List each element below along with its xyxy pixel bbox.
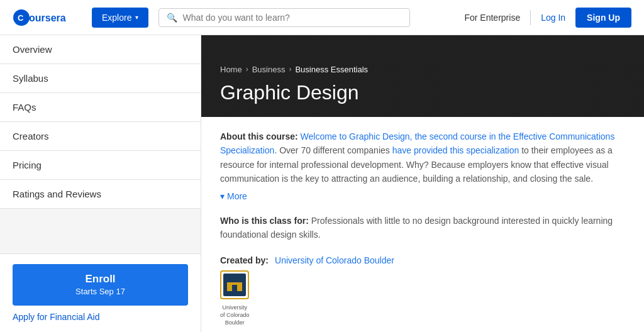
svg-rect-5 bbox=[232, 285, 237, 291]
breadcrumb-sep-2: › bbox=[289, 65, 291, 74]
sidebar-item-faqs[interactable]: FAQs bbox=[0, 93, 201, 122]
university-logo bbox=[220, 270, 249, 299]
login-button[interactable]: Log In bbox=[541, 13, 565, 23]
breadcrumb-sep-1: › bbox=[246, 65, 248, 74]
about-label: About this course: bbox=[220, 131, 298, 141]
hero-banner: Home › Business › Business Essentials Gr… bbox=[201, 35, 644, 117]
about-text-highlight: Welcome to Graphic Design, the second co… bbox=[301, 131, 513, 141]
sidebar-nav: Overview Syllabus FAQs Creators Pricing … bbox=[0, 35, 201, 253]
about-text-1: . Over 70 different companies bbox=[274, 145, 392, 155]
created-university-link[interactable]: University of Colorado Boulder bbox=[275, 255, 394, 265]
more-link[interactable]: ▾ More bbox=[220, 191, 247, 201]
breadcrumb-business[interactable]: Business bbox=[252, 65, 286, 74]
search-container: 🔍 bbox=[158, 8, 410, 27]
for-enterprise-link[interactable]: For Enterprise bbox=[464, 13, 520, 23]
svg-marker-4 bbox=[227, 277, 242, 282]
who-paragraph: Who is this class for: Professionals wit… bbox=[220, 214, 625, 242]
svg-text:C: C bbox=[18, 13, 24, 23]
sidebar-item-overview[interactable]: Overview bbox=[0, 35, 201, 64]
university-logo-inner bbox=[223, 274, 246, 296]
search-input[interactable] bbox=[182, 13, 402, 23]
breadcrumb-home[interactable]: Home bbox=[220, 65, 242, 74]
financial-aid-link[interactable]: Apply for Financial Aid bbox=[13, 312, 188, 322]
about-section: About this course: Welcome to Graphic De… bbox=[220, 130, 625, 201]
svg-text:oursera: oursera bbox=[29, 13, 66, 23]
university-logo-text: University of Colorado Boulder bbox=[220, 304, 250, 326]
sidebar-item-syllabus[interactable]: Syllabus bbox=[0, 64, 201, 93]
more-label: More bbox=[227, 191, 247, 201]
explore-button[interactable]: Explore ▾ bbox=[92, 8, 148, 28]
signup-button[interactable]: Sign Up bbox=[575, 8, 631, 28]
header: C oursera Explore ▾ 🔍 For Enterprise Log… bbox=[0, 0, 644, 35]
main-layout: Overview Syllabus FAQs Creators Pricing … bbox=[0, 35, 644, 332]
header-right: For Enterprise Log In Sign Up bbox=[464, 8, 631, 28]
chevron-down-icon: ▾ bbox=[135, 14, 138, 21]
search-icon: 🔍 bbox=[167, 13, 177, 23]
about-text-2: have provided this specialization bbox=[392, 145, 519, 155]
chevron-down-icon: ▾ bbox=[220, 191, 225, 201]
breadcrumb-current: Business Essentials bbox=[295, 65, 368, 74]
sidebar-item-ratings[interactable]: Ratings and Reviews bbox=[0, 180, 201, 209]
sidebar-item-creators[interactable]: Creators bbox=[0, 122, 201, 151]
created-row-inline: Created by: University of Colorado Bould… bbox=[220, 254, 394, 265]
coursera-logo-svg: C oursera bbox=[13, 9, 82, 26]
who-label: Who is this class for: bbox=[220, 216, 309, 226]
university-logo-block: University of Colorado Boulder bbox=[220, 270, 250, 326]
content-area: Home › Business › Business Essentials Gr… bbox=[201, 35, 644, 332]
created-section: Created by: University of Colorado Bould… bbox=[220, 254, 625, 326]
enroll-date: Starts Sep 17 bbox=[21, 287, 179, 297]
about-paragraph: About this course: Welcome to Graphic De… bbox=[220, 130, 625, 186]
cu-boulder-icon bbox=[226, 276, 243, 294]
created-label: Created by: bbox=[220, 254, 269, 265]
sidebar: Overview Syllabus FAQs Creators Pricing … bbox=[0, 35, 201, 332]
course-body: About this course: Welcome to Graphic De… bbox=[201, 117, 644, 332]
created-row: Created by: University of Colorado Bould… bbox=[220, 254, 394, 326]
course-title: Graphic Design bbox=[220, 80, 625, 104]
enroll-label: Enroll bbox=[21, 273, 179, 285]
sidebar-item-pricing[interactable]: Pricing bbox=[0, 151, 201, 180]
enroll-button[interactable]: Enroll Starts Sep 17 bbox=[13, 264, 188, 306]
breadcrumb: Home › Business › Business Essentials bbox=[220, 65, 625, 74]
explore-label: Explore bbox=[102, 13, 131, 23]
header-divider bbox=[530, 10, 531, 25]
logo: C oursera bbox=[13, 9, 82, 26]
who-section: Who is this class for: Professionals wit… bbox=[220, 214, 625, 242]
enroll-section: Enroll Starts Sep 17 Apply for Financial… bbox=[0, 253, 201, 332]
